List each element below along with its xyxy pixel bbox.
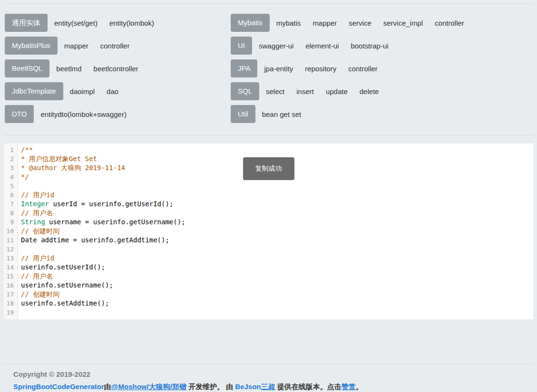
generate-option-link[interactable]: beetlcontroller bbox=[94, 65, 138, 73]
generator-group: JPAjpa-entityrepositorycontroller bbox=[231, 59, 533, 77]
generate-option-link[interactable]: delete bbox=[360, 87, 379, 96]
generate-option-link[interactable]: service bbox=[349, 19, 371, 27]
generate-option-link[interactable]: entitydto(lombok+swagger) bbox=[40, 110, 127, 118]
code-text: userId = userinfo.getUserId(); bbox=[49, 200, 173, 208]
code-comment: // 创建时间 bbox=[21, 290, 59, 298]
generate-option-link[interactable]: element-ui bbox=[305, 42, 339, 50]
code-line: String username = userinfo.getUsername()… bbox=[21, 218, 533, 227]
footer-link[interactable]: SpringBootCodeGenerator bbox=[13, 382, 104, 391]
line-number: 18 bbox=[4, 299, 18, 308]
line-number: 17 bbox=[4, 290, 18, 299]
generate-option-link[interactable]: dao bbox=[107, 87, 118, 96]
generate-option-link[interactable]: bean get set bbox=[262, 110, 302, 118]
group-label: SQL bbox=[231, 82, 259, 100]
group-label: 通用实体 bbox=[5, 14, 48, 32]
generate-option-link[interactable]: mybatis bbox=[276, 19, 301, 27]
line-number: 7 bbox=[4, 200, 18, 209]
code-line: Integer userId = userinfo.getUserId(); bbox=[21, 200, 533, 209]
code-line bbox=[21, 245, 533, 254]
generator-group: Mybatismybatismapperserviceservice_implc… bbox=[231, 14, 533, 32]
footer-link[interactable]: 三叔 bbox=[261, 382, 275, 391]
generate-option-link[interactable]: entity(lombok) bbox=[109, 19, 154, 27]
line-number: 13 bbox=[4, 254, 18, 263]
generate-option-link[interactable]: update bbox=[326, 87, 348, 96]
footer-text: 提供在线版本。点击 bbox=[275, 382, 342, 391]
generate-option-link[interactable]: mapper bbox=[64, 42, 88, 50]
footer-link[interactable]: BeJson bbox=[235, 382, 261, 391]
line-number: 2 bbox=[4, 154, 18, 163]
code-text: Date addtime = userinfo.getAddtime(); bbox=[21, 236, 169, 244]
generate-option-link[interactable]: insert bbox=[296, 87, 314, 96]
group-items: entitydto(lombok+swagger) bbox=[40, 110, 127, 118]
code-comment: * @author 大狼狗 2019-11-14 bbox=[21, 164, 125, 172]
generate-option-link[interactable]: mapper bbox=[312, 19, 337, 27]
generate-option-link[interactable]: controller bbox=[100, 42, 130, 50]
code-text: username = userinfo.getUsername(); bbox=[45, 218, 186, 226]
line-number: 19 bbox=[4, 308, 18, 317]
footer-link[interactable]: @Moshow/大狼狗/郑锴 bbox=[111, 382, 186, 391]
group-label: Mybatis bbox=[231, 14, 270, 32]
code-type-keyword: String bbox=[21, 218, 45, 226]
code-comment: // 用户名 bbox=[21, 209, 53, 217]
generator-group: DTOentitydto(lombok+swagger) bbox=[5, 105, 231, 123]
group-items: beetlmdbeetlcontroller bbox=[56, 65, 138, 73]
generator-group: 通用实体entity(set/get)entity(lombok) bbox=[5, 14, 231, 32]
generate-option-link[interactable]: bootstrap-ui bbox=[351, 42, 388, 50]
group-items: swagger-uielement-uibootstrap-ui bbox=[259, 42, 389, 50]
generate-option-link[interactable]: daoimpl bbox=[70, 87, 95, 96]
code-line: userinfo.setUserId(); bbox=[21, 263, 533, 272]
line-number: 11 bbox=[4, 236, 18, 245]
group-items: jpa-entityrepositorycontroller bbox=[264, 65, 377, 73]
code-comment: // 用户id bbox=[21, 254, 54, 262]
group-items: bean get set bbox=[262, 110, 302, 118]
code-line: // 用户id bbox=[21, 254, 533, 263]
code-line: // 用户名 bbox=[21, 209, 533, 218]
footer: Copyright © 2019-2022 SpringBootCodeGene… bbox=[0, 364, 537, 392]
group-label: UI bbox=[231, 37, 252, 55]
code-line: // 用户id bbox=[21, 191, 533, 200]
generate-option-link[interactable]: repository bbox=[305, 65, 336, 73]
generate-option-link[interactable]: beetlmd bbox=[56, 65, 81, 73]
code-line bbox=[21, 182, 533, 191]
generate-option-link[interactable]: entity(set/get) bbox=[54, 19, 98, 27]
line-number: 4 bbox=[4, 172, 18, 182]
line-number: 10 bbox=[4, 227, 18, 236]
line-number: 3 bbox=[4, 163, 18, 172]
generate-option-link[interactable]: controller bbox=[348, 65, 378, 73]
generator-group: UIswagger-uielement-uibootstrap-ui bbox=[231, 37, 533, 55]
generate-option-link[interactable]: select bbox=[266, 87, 284, 96]
group-label: BeetlSQL bbox=[5, 59, 49, 77]
generate-option-link[interactable]: jpa-entity bbox=[264, 65, 293, 73]
code-type-keyword: Integer bbox=[21, 200, 49, 208]
credits-line: SpringBootCodeGenerator由@Moshow/大狼狗/郑锴 开… bbox=[13, 382, 533, 392]
footer-text: 由 bbox=[104, 382, 111, 391]
generator-panel: 通用实体entity(set/get)entity(lombok)Mybatis… bbox=[0, 4, 537, 128]
code-comment: * 用户信息对象Get Set bbox=[21, 155, 97, 163]
footer-text: 开发维护。 由 bbox=[186, 382, 235, 391]
generator-group: JdbcTemplatedaoimpldao bbox=[5, 82, 231, 100]
generate-option-link[interactable]: controller bbox=[435, 19, 464, 27]
line-number: 16 bbox=[4, 281, 18, 290]
generate-option-link[interactable]: service_impl bbox=[383, 19, 423, 27]
line-number: 9 bbox=[4, 218, 18, 227]
copy-success-toast: 复制成功 bbox=[243, 157, 294, 180]
group-label: MybatisPlus bbox=[5, 37, 58, 55]
line-number-gutter: 12345678910111213141516171819 bbox=[4, 143, 18, 319]
line-number: 1 bbox=[4, 145, 18, 154]
code-line: // 创建时间 bbox=[21, 227, 533, 236]
code-line: /** bbox=[21, 145, 533, 154]
generator-group: SQLselectinsertupdatedelete bbox=[231, 82, 533, 100]
generate-option-link[interactable]: swagger-ui bbox=[259, 42, 293, 50]
line-number: 5 bbox=[4, 182, 18, 191]
code-text: userinfo.setAddtime(); bbox=[21, 299, 109, 307]
group-label: Util bbox=[231, 105, 255, 123]
generator-group: MybatisPlusmappercontroller bbox=[5, 37, 231, 55]
code-line: Date addtime = userinfo.getAddtime(); bbox=[21, 236, 533, 245]
code-comment: */ bbox=[21, 173, 29, 181]
panel-code-divider bbox=[4, 135, 533, 135]
generator-group: Utilbean get set bbox=[231, 105, 533, 123]
code-line bbox=[21, 308, 533, 317]
group-items: mappercontroller bbox=[64, 42, 130, 50]
footer-link[interactable]: 赞赏 bbox=[342, 382, 356, 391]
line-number: 15 bbox=[4, 272, 18, 281]
